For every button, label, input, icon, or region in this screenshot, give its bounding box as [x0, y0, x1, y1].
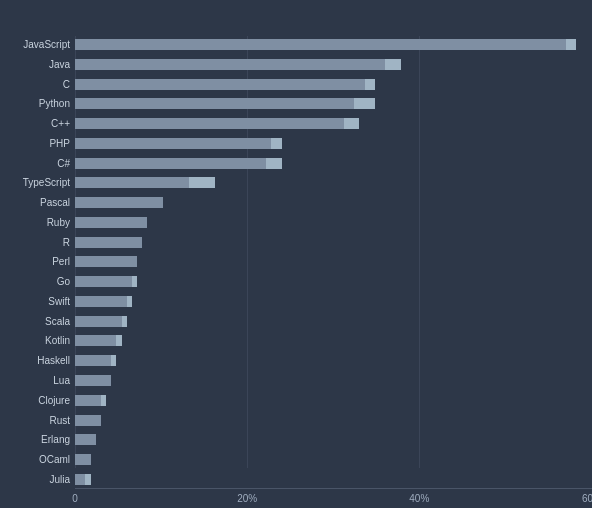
y-label: Swift	[0, 293, 75, 310]
y-label: Perl	[0, 253, 75, 270]
y-label: TypeScript	[0, 174, 75, 191]
bar-row	[75, 76, 592, 93]
bar-2017	[75, 98, 354, 109]
y-label: JavaScript	[0, 36, 75, 53]
chart-body: JavaScriptJavaCPythonC++PHPC#TypeScriptP…	[0, 36, 592, 508]
y-label: Lua	[0, 372, 75, 389]
y-label: Rust	[0, 412, 75, 429]
y-label: Ruby	[0, 214, 75, 231]
y-axis-labels: JavaScriptJavaCPythonC++PHPC#TypeScriptP…	[0, 36, 75, 508]
bar-row	[75, 332, 592, 349]
bar-2017	[75, 237, 142, 248]
y-label: C++	[0, 115, 75, 132]
bar-row	[75, 234, 592, 251]
y-label: Kotlin	[0, 332, 75, 349]
bar-row	[75, 273, 592, 290]
bar-row	[75, 372, 592, 389]
bar-2017	[75, 454, 91, 465]
x-tick-label: 20%	[237, 493, 257, 504]
bar-2017	[75, 316, 122, 327]
bar-2017	[75, 375, 111, 386]
y-label: Python	[0, 95, 75, 112]
bar-2017	[75, 79, 365, 90]
y-label: C#	[0, 155, 75, 172]
bar-row	[75, 313, 592, 330]
y-label: Go	[0, 273, 75, 290]
bar-2017	[75, 395, 101, 406]
y-label: Julia	[0, 471, 75, 488]
bar-2017	[75, 217, 147, 228]
bar-2017	[75, 197, 163, 208]
bar-row	[75, 352, 592, 369]
y-label: R	[0, 234, 75, 251]
y-label: PHP	[0, 135, 75, 152]
bar-2017	[75, 118, 344, 129]
bar-row	[75, 253, 592, 270]
y-label: Erlang	[0, 431, 75, 448]
y-label: Haskell	[0, 352, 75, 369]
bar-row	[75, 451, 592, 468]
y-label: Java	[0, 56, 75, 73]
chart-header	[0, 0, 592, 36]
x-tick-label: 60%	[582, 493, 592, 504]
y-label: Clojure	[0, 392, 75, 409]
bar-2017	[75, 39, 566, 50]
bar-row	[75, 431, 592, 448]
bar-row	[75, 194, 592, 211]
bar-2017	[75, 158, 266, 169]
bar-2017	[75, 355, 111, 366]
bar-row	[75, 36, 592, 53]
bar-row	[75, 471, 592, 488]
bar-row	[75, 56, 592, 73]
bar-2017	[75, 138, 271, 149]
y-label: OCaml	[0, 451, 75, 468]
bar-row	[75, 95, 592, 112]
bar-2017	[75, 474, 85, 485]
bar-row	[75, 392, 592, 409]
y-label: C	[0, 76, 75, 93]
bar-row	[75, 214, 592, 231]
x-tick-label: 40%	[409, 493, 429, 504]
bar-row	[75, 155, 592, 172]
y-label: Pascal	[0, 194, 75, 211]
x-axis: 020%40%60%	[75, 488, 592, 508]
bar-2017	[75, 177, 189, 188]
bar-2017	[75, 276, 132, 287]
chart-container: JavaScriptJavaCPythonC++PHPC#TypeScriptP…	[0, 0, 592, 508]
bar-2017	[75, 434, 96, 445]
bar-row	[75, 135, 592, 152]
bar-2017	[75, 256, 137, 267]
bars-inner	[75, 36, 592, 488]
bar-2017	[75, 296, 127, 307]
y-label: Scala	[0, 313, 75, 330]
bar-row	[75, 412, 592, 429]
bar-row	[75, 115, 592, 132]
bar-2017	[75, 335, 116, 346]
bar-2017	[75, 415, 101, 426]
bar-row	[75, 293, 592, 310]
bars-area: 020%40%60%	[75, 36, 592, 508]
x-tick-label: 0	[72, 493, 78, 504]
bar-2017	[75, 59, 385, 70]
bar-row	[75, 174, 592, 191]
